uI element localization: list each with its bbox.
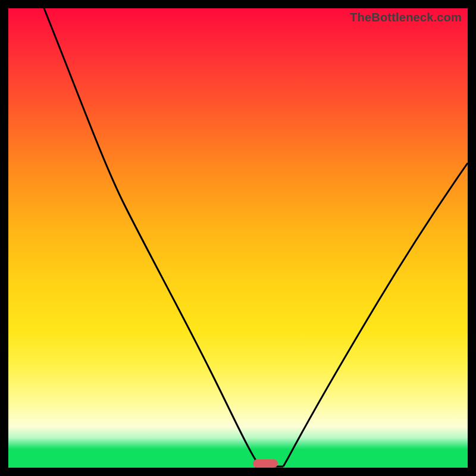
- chart-frame: TheBottleneck.com: [0, 0, 476, 476]
- optimal-range-marker: [253, 459, 278, 468]
- curve-left: [44, 8, 255, 466]
- bottleneck-curve: [8, 8, 468, 468]
- chart-plot-area: TheBottleneck.com: [8, 8, 468, 468]
- watermark-label: TheBottleneck.com: [350, 11, 462, 24]
- curve-right: [283, 163, 468, 466]
